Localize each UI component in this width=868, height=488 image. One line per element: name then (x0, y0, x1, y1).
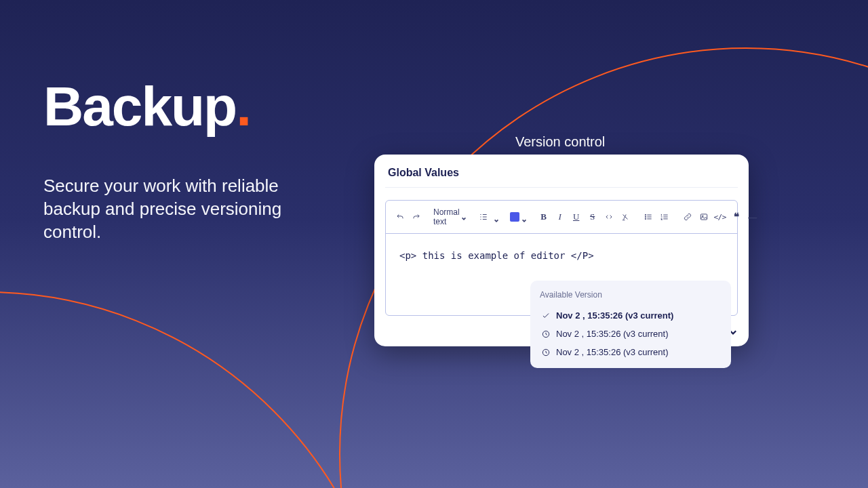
bullet-list-button[interactable] (642, 211, 654, 223)
color-swatch-icon (510, 212, 519, 222)
image-button[interactable] (698, 211, 710, 223)
clock-icon (541, 348, 551, 357)
code-icon (604, 212, 614, 222)
number-list-button[interactable] (658, 211, 671, 223)
line-height-icon (479, 212, 488, 222)
number-list-icon (660, 212, 669, 222)
horizontal-rule-button[interactable]: ― (747, 211, 759, 223)
chevron-down-icon (494, 214, 499, 220)
code-block-button[interactable]: </> (714, 211, 726, 223)
editor-toolbar: Normal text B I U S (386, 201, 737, 234)
clear-format-icon (620, 212, 630, 222)
image-icon (699, 212, 709, 222)
inline-code-button[interactable] (603, 211, 615, 223)
strikethrough-button[interactable]: S (587, 211, 599, 223)
svg-point-1 (645, 216, 646, 217)
hero-subtitle: Secure your work with reliable backup an… (43, 175, 328, 243)
undo-icon (395, 212, 405, 222)
svg-point-2 (645, 218, 646, 219)
link-button[interactable] (682, 211, 694, 223)
clear-format-button[interactable] (619, 211, 631, 223)
card-section-label: Version control (515, 134, 605, 150)
chevron-down-icon (461, 214, 467, 220)
clock-icon (541, 329, 551, 339)
version-item-0[interactable]: Nov 2 , 15:35:26 (v3 current) (540, 306, 722, 325)
svg-rect-3 (701, 214, 707, 220)
text-color-button[interactable] (510, 212, 527, 222)
text-style-label: Normal text (433, 207, 460, 226)
version-popover: Available Version Nov 2 , 15:35:26 (v3 c… (530, 281, 731, 368)
redo-button[interactable] (410, 211, 422, 223)
chevron-down-icon (521, 214, 527, 220)
version-item-label: Nov 2 , 15:35:26 (v3 current) (556, 329, 668, 339)
bullet-list-icon (644, 212, 653, 222)
version-item-label: Nov 2 , 15:35:26 (v3 current) (556, 347, 668, 357)
version-item-1[interactable]: Nov 2 , 15:35:26 (v3 current) (540, 325, 722, 343)
redo-icon (412, 212, 421, 222)
link-icon (683, 212, 692, 222)
check-icon (541, 311, 551, 321)
text-style-dropdown[interactable]: Normal text (433, 207, 467, 226)
hero-title: Backup. (43, 75, 250, 138)
version-popover-title: Available Version (540, 290, 722, 300)
bold-button[interactable]: B (538, 211, 550, 223)
blockquote-button[interactable]: ❝ (730, 211, 743, 223)
promo-stage: Backup. Secure your work with reliable b… (0, 0, 868, 488)
editor-content-text: <p> this is example of editor </P> (399, 250, 594, 261)
editor-card: Global Values Normal text (374, 155, 749, 346)
version-item-2[interactable]: Nov 2 , 15:35:26 (v3 current) (540, 343, 722, 361)
svg-point-0 (645, 214, 646, 215)
decorative-arc-bottom (0, 291, 393, 488)
card-title: Global Values (385, 167, 738, 188)
undo-button[interactable] (394, 211, 406, 223)
version-item-label: Nov 2 , 15:35:26 (v3 current) (556, 310, 673, 321)
hero-title-dot: . (236, 75, 250, 137)
underline-button[interactable]: U (570, 211, 583, 223)
italic-button[interactable]: I (554, 211, 566, 223)
line-height-button[interactable] (477, 211, 490, 223)
hero-title-text: Backup (43, 75, 236, 137)
